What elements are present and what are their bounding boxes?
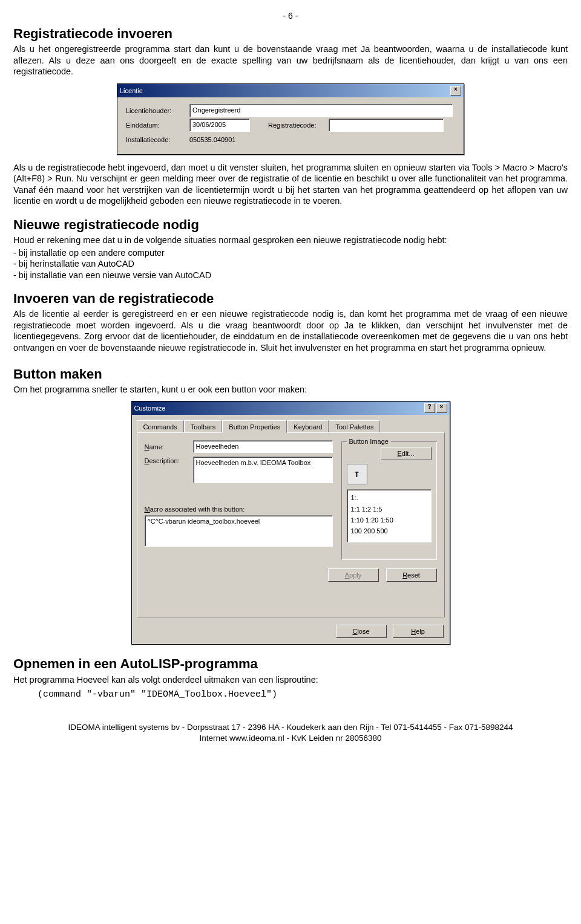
apply-button[interactable]: Apply — [328, 568, 379, 582]
code-block: (command "-vbarun" "IDEOMA_Toolbox.Hoeve… — [38, 689, 568, 700]
licentiehouder-input[interactable]: Ongeregistreerd — [189, 104, 453, 117]
help-button[interactable]: Help — [393, 625, 444, 638]
heading-registratiecode-invoeren: Registratiecode invoeren — [13, 25, 568, 42]
close-button[interactable]: Close — [336, 625, 387, 638]
dialog-title: Customize — [134, 404, 166, 412]
paragraph: Om het programma sneller te starten, kun… — [13, 384, 568, 395]
paragraph: Als u het ongeregistreerde programma sta… — [13, 44, 568, 77]
description-input[interactable]: Hoeveelheden m.b.v. IDEOMA Toolbox — [193, 457, 333, 483]
installatiecode-value: 050535.040901 — [189, 135, 235, 144]
tab-keyboard[interactable]: Keyboard — [287, 420, 329, 433]
label-description: Description: — [145, 457, 193, 465]
label-name: Name: — [145, 443, 193, 451]
dialog-title: Licentie — [120, 86, 143, 95]
list-item: - bij herinstallatie van AutoCAD — [13, 258, 568, 270]
tab-commands[interactable]: Commands — [137, 420, 184, 433]
tab-button-properties[interactable]: Button Properties — [222, 420, 287, 433]
label-macro: Macro associated with this button: — [145, 505, 333, 513]
heading-nieuwe-registratiecode: Nieuwe registratiecode nodig — [13, 216, 568, 233]
close-icon[interactable]: × — [450, 86, 461, 96]
paragraph: Als u de registratiecode hebt ingevoerd,… — [13, 162, 568, 207]
list-item: - bij installatie van een nieuwe versie … — [13, 270, 568, 281]
paragraph: Het programma Hoeveel kan als volgt onde… — [13, 674, 568, 686]
label-licentiehouder: Licentiehouder: — [126, 106, 189, 115]
macro-input[interactable]: ^C^C-vbarun ideoma_toolbox.hoeveel — [145, 515, 333, 547]
heading-autolisp: Opnemen in een AutoLISP-programma — [13, 656, 568, 672]
close-icon[interactable]: × — [436, 403, 447, 413]
label-einddatum: Einddatum: — [126, 121, 189, 129]
list-item[interactable]: 1:10 1:20 1:50 — [351, 515, 427, 525]
button-icon-preview: T — [347, 464, 367, 484]
paragraph: Houd er rekening mee dat u in de volgend… — [13, 235, 568, 246]
label-registratiecode: Registratiecode: — [250, 121, 329, 129]
help-icon[interactable]: ? — [424, 403, 435, 413]
tab-tool-palettes[interactable]: Tool Palettes — [329, 420, 380, 433]
paragraph: Als de licentie al eerder is geregistree… — [13, 308, 568, 353]
tab-strip: Commands Toolbars Button Properties Keyb… — [132, 415, 450, 432]
list-item: - bij installatie op een andere computer — [13, 247, 568, 259]
group-button-image: Button Image — [347, 437, 391, 446]
registratiecode-input[interactable] — [329, 119, 444, 132]
list-item[interactable]: 1:. — [351, 492, 427, 503]
reset-button[interactable]: Reset — [386, 568, 437, 582]
dialog-titlebar[interactable]: Customize ? × — [132, 402, 450, 415]
page-number: - 6 - — [13, 11, 568, 22]
licentie-dialog: Licentie × Licentiehouder: Ongeregistree… — [117, 83, 464, 155]
list-item[interactable]: 100 200 500 — [351, 525, 427, 536]
dialog-titlebar[interactable]: Licentie × — [117, 84, 464, 97]
edit-button[interactable]: Edit... — [381, 447, 432, 460]
icon-list[interactable]: 1:. 1:1 1:2 1:5 1:10 1:20 1:50 100 200 5… — [347, 489, 432, 542]
footer-line1: IDEOMA intelligent systems bv - Dorpsstr… — [13, 722, 568, 732]
label-installatiecode: Installatiecode: — [126, 135, 189, 144]
footer-line2: Internet www.ideoma.nl - KvK Leiden nr 2… — [13, 733, 568, 743]
heading-invoeren-registratiecode: Invoeren van de registratiecode — [13, 290, 568, 307]
tab-toolbars[interactable]: Toolbars — [184, 420, 223, 433]
einddatum-input[interactable]: 30/06/2005 — [189, 119, 250, 132]
list-item[interactable]: 1:1 1:2 1:5 — [351, 504, 427, 515]
name-input[interactable]: Hoeveelheden — [193, 440, 333, 453]
heading-button-maken: Button maken — [13, 366, 568, 383]
customize-dialog: Customize ? × Commands Toolbars Button P… — [131, 401, 450, 645]
